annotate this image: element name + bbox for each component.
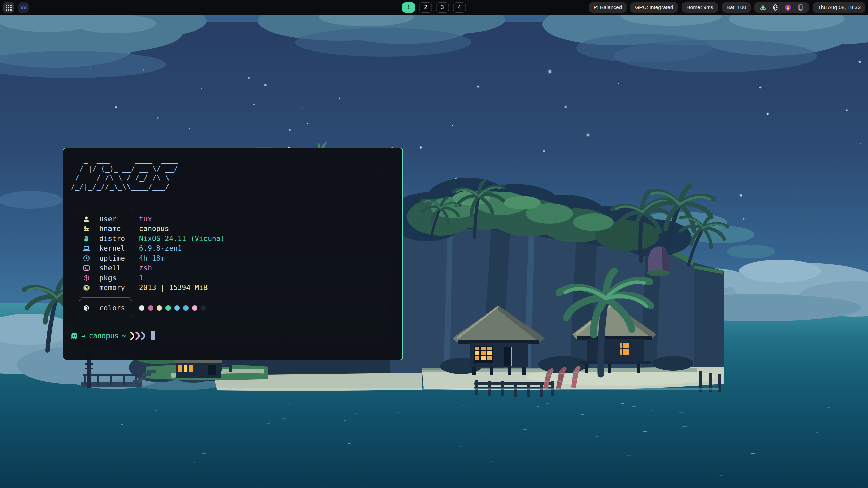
- fetch-row-user: usertux: [79, 214, 391, 224]
- fetch-row-pkgs: pkgs1: [79, 273, 391, 283]
- shell-prompt[interactable]: → canopus ~: [70, 331, 155, 340]
- palette-dots: [139, 305, 206, 311]
- logo-button[interactable]: $W: [18, 2, 29, 13]
- palette-dot: [165, 305, 171, 311]
- flame-icon[interactable]: [785, 4, 791, 11]
- memory-icon: [82, 284, 91, 291]
- palette-dot: [201, 305, 206, 311]
- power-profile-pill[interactable]: P: Balanced: [589, 2, 627, 13]
- palette-dot: [183, 305, 189, 311]
- fetch-row-kernel: kernel6.9.8-zen1: [79, 243, 391, 253]
- fetch-rows: usertuxhnamecanopusdistroNixOS 24.11 (Vi…: [79, 209, 391, 292]
- palette-dot: [148, 305, 153, 311]
- latency-pill[interactable]: Home: 9ms: [682, 2, 718, 13]
- uptime-icon: [82, 255, 91, 262]
- fetch-label: memory: [99, 284, 133, 292]
- fetch-value: 6.9.8-zen1: [139, 244, 182, 252]
- prompt-host: canopus: [89, 332, 119, 340]
- status-modules: P: BalancedGPU: IntegratedHome: 9msBat: …: [589, 2, 751, 13]
- fetch-value: tux: [139, 215, 152, 223]
- fetch-value: NixOS 24.11 (Vicuna): [139, 235, 225, 243]
- workspace-button-3[interactable]: 3: [436, 2, 449, 13]
- kernel-icon: [82, 245, 91, 252]
- ascii-logo: _ ___ ____ ____ / |/ (_)_ __/ __ \/ __/ …: [71, 155, 178, 191]
- colors-row: colors: [79, 299, 391, 317]
- fetch-label: pkgs: [99, 274, 133, 282]
- waterline-foam: [217, 388, 719, 390]
- fetch-label: shell: [99, 264, 133, 272]
- fetch-value: canopus: [139, 225, 169, 233]
- terminal-window[interactable]: _ ___ ____ ____ / |/ (_)_ __/ __ \/ __/ …: [63, 148, 403, 360]
- gpu-pill[interactable]: GPU: Integrated: [630, 2, 678, 13]
- colors-label: colors: [99, 304, 133, 312]
- battery-pill[interactable]: Bat: 100: [722, 2, 751, 13]
- fetch-row-memory: memory2013 | 15394 MiB: [79, 283, 391, 292]
- fetch-label: hname: [99, 225, 133, 233]
- fetch-label: distro: [99, 235, 133, 243]
- clock-text: Thu Aug 08, 18:33: [817, 4, 861, 11]
- clock-pill[interactable]: Thu Aug 08, 18:33: [813, 2, 865, 13]
- workspace-switcher: 1234: [402, 0, 466, 15]
- fetch-value: 1: [139, 274, 143, 282]
- pkgs-icon: [82, 274, 91, 282]
- fetch-value: 4h 18m: [139, 254, 165, 262]
- fetch-label: uptime: [99, 254, 133, 262]
- fetch-label: user: [99, 215, 133, 223]
- fetch-label: kernel: [99, 244, 133, 252]
- fetch-value: zsh: [139, 264, 152, 272]
- bluetooth-icon[interactable]: [772, 4, 779, 11]
- prompt-arrow: →: [81, 332, 86, 340]
- system-tray: [754, 2, 809, 13]
- scissors-icon[interactable]: [760, 4, 766, 11]
- logo-text: $W: [20, 4, 26, 11]
- workspace-button-1[interactable]: 1: [402, 2, 415, 13]
- phone-icon[interactable]: [797, 4, 804, 11]
- fetch-row-uptime: uptime4h 18m: [79, 253, 391, 263]
- prompt-chevrons: [130, 331, 145, 340]
- palette-dot: [174, 305, 180, 311]
- top-bar: $W 1234 P: BalancedGPU: IntegratedHome: …: [0, 0, 868, 15]
- palette-dot: [157, 305, 162, 311]
- distro-icon: [82, 235, 91, 242]
- bar-right-group: P: BalancedGPU: IntegratedHome: 9msBat: …: [589, 0, 865, 15]
- palette-dot: [139, 305, 144, 311]
- workspace-button-4[interactable]: 4: [453, 2, 466, 13]
- fetch-row-distro: distroNixOS 24.11 (Vicuna): [79, 233, 391, 243]
- bar-left-group: $W: [3, 0, 29, 15]
- app-launcher-button[interactable]: [3, 2, 14, 13]
- user-icon: [82, 215, 91, 223]
- shell-icon: [82, 264, 91, 272]
- palette-icon: [82, 304, 91, 312]
- hostname-icon: [82, 225, 91, 232]
- ghost-icon: [70, 332, 78, 340]
- apps-grid-icon: [6, 5, 12, 11]
- workspace-button-2[interactable]: 2: [419, 2, 432, 13]
- fetch-row-hname: hnamecanopus: [79, 224, 391, 233]
- fetch-value: 2013 | 15394 MiB: [139, 284, 208, 292]
- palette-dot: [192, 305, 197, 311]
- fetch-row-shell: shellzsh: [79, 263, 391, 273]
- prompt-path: ~: [122, 332, 126, 340]
- text-cursor: [151, 331, 155, 340]
